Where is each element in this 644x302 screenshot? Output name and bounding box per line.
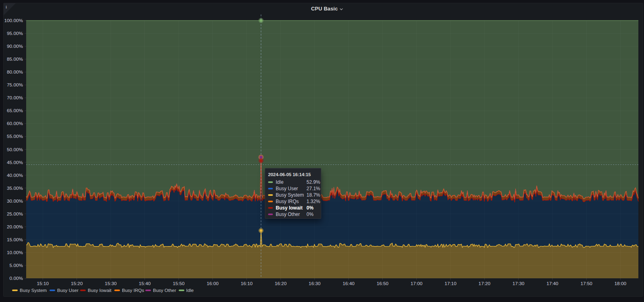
svg-text:0.00%: 0.00% — [10, 275, 23, 281]
svg-text:16:00: 16:00 — [207, 281, 219, 286]
svg-text:15:40: 15:40 — [139, 281, 151, 286]
svg-text:17:30: 17:30 — [512, 281, 524, 286]
svg-text:70.00%: 70.00% — [7, 95, 23, 101]
svg-text:15.00%: 15.00% — [7, 237, 23, 242]
svg-text:16:30: 16:30 — [309, 281, 321, 286]
svg-text:15:10: 15:10 — [37, 281, 49, 286]
svg-text:20.00%: 20.00% — [7, 224, 23, 230]
svg-text:50.00%: 50.00% — [7, 147, 23, 152]
svg-text:17:00: 17:00 — [411, 281, 423, 286]
svg-text:5.00%: 5.00% — [10, 263, 23, 268]
svg-text:65.00%: 65.00% — [7, 108, 23, 113]
svg-text:25.00%: 25.00% — [7, 211, 23, 217]
svg-text:40.00%: 40.00% — [7, 173, 23, 178]
svg-text:16:20: 16:20 — [275, 281, 287, 286]
svg-text:80.00%: 80.00% — [7, 69, 23, 75]
svg-text:60.00%: 60.00% — [7, 121, 23, 126]
svg-text:45.00%: 45.00% — [7, 160, 23, 165]
svg-text:16:10: 16:10 — [241, 281, 253, 286]
svg-text:17:10: 17:10 — [444, 281, 456, 286]
svg-text:18:00: 18:00 — [615, 281, 627, 286]
svg-text:100.00%: 100.00% — [4, 18, 23, 23]
svg-text:90.00%: 90.00% — [7, 43, 23, 49]
svg-text:10.00%: 10.00% — [7, 250, 23, 255]
svg-text:85.00%: 85.00% — [7, 56, 23, 62]
svg-text:17:50: 17:50 — [580, 281, 592, 286]
svg-text:16:40: 16:40 — [343, 281, 355, 286]
svg-text:17:20: 17:20 — [479, 281, 491, 286]
svg-text:17:40: 17:40 — [547, 281, 559, 286]
svg-text:15:20: 15:20 — [71, 281, 83, 286]
svg-text:95.00%: 95.00% — [7, 31, 23, 36]
svg-text:30.00%: 30.00% — [7, 198, 23, 204]
svg-text:55.00%: 55.00% — [7, 134, 23, 139]
svg-text:15:50: 15:50 — [173, 281, 185, 286]
svg-text:15:30: 15:30 — [105, 281, 117, 286]
svg-text:35.00%: 35.00% — [7, 185, 23, 191]
svg-text:16:50: 16:50 — [377, 281, 389, 286]
svg-text:75.00%: 75.00% — [7, 82, 23, 88]
